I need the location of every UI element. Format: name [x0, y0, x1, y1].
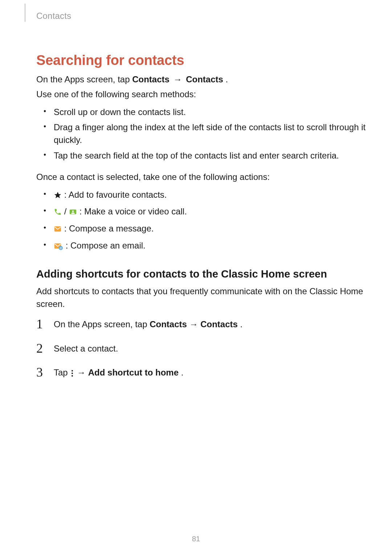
step-bold: Add shortcut to home: [88, 368, 179, 377]
step-item: 1 On the Apps screen, tap Contacts → Con…: [36, 317, 367, 331]
step-number: 2: [36, 338, 43, 359]
svg-point-7: [72, 370, 73, 372]
intro-suffix: .: [226, 74, 228, 84]
action-text: : Add to favourite contacts.: [64, 190, 167, 200]
header-section-name: Contacts: [36, 11, 71, 21]
list-item: Scroll up or down the contacts list.: [36, 106, 367, 119]
list-item: Tap the search field at the top of the c…: [36, 149, 367, 162]
list-item: / : Make a voice or video call.: [36, 205, 367, 219]
list-item: @ : Compose an email.: [36, 239, 367, 254]
svg-point-2: [72, 210, 74, 212]
after-search-paragraph: Once a contact is selected, take one of …: [36, 171, 367, 184]
action-text: : Make a voice or video call.: [79, 206, 187, 216]
intro-prefix: On the Apps screen, tap: [36, 74, 132, 84]
email-icon: @: [54, 241, 63, 254]
slash-separator: /: [64, 206, 69, 216]
intro-arrow: →: [173, 74, 185, 84]
header-rule: [25, 4, 25, 22]
step-bold-1: Contacts: [150, 319, 187, 329]
star-icon: [54, 190, 62, 203]
intro-bold-1: Contacts: [132, 74, 170, 84]
step-text-prefix: On the Apps screen, tap: [54, 319, 150, 329]
search-methods-list: Scroll up or down the contacts list. Dra…: [36, 106, 367, 162]
step-text: Select a contact.: [54, 344, 118, 353]
step-text-prefix: Tap: [54, 368, 70, 377]
steps-list: 1 On the Apps screen, tap Contacts → Con…: [36, 317, 367, 381]
action-text: : Compose an email.: [66, 241, 146, 250]
page-number: 81: [0, 535, 392, 543]
manual-page: Contacts Searching for contacts On the A…: [0, 0, 392, 554]
intro-paragraph-2: Use one of the following search methods:: [36, 88, 367, 101]
svg-text:@: @: [60, 246, 62, 250]
step-bold-2: Contacts: [200, 319, 238, 329]
step-item: 2 Select a contact.: [36, 342, 367, 356]
actions-list: : Add to favourite contacts. / : Make a …: [36, 189, 367, 254]
svg-marker-0: [54, 192, 61, 198]
step-item: 3 Tap → Add shortcut to home .: [36, 366, 367, 381]
svg-point-9: [72, 375, 73, 377]
more-options-icon: [71, 368, 74, 381]
step-suffix: .: [240, 319, 243, 329]
svg-point-8: [72, 373, 73, 374]
phone-icon: [54, 207, 62, 219]
intro-paragraph-1: On the Apps screen, tap Contacts → Conta…: [36, 73, 367, 86]
list-item: Drag a finger along the index at the lef…: [36, 121, 367, 147]
step-number: 3: [36, 362, 43, 383]
list-item: : Add to favourite contacts.: [36, 189, 367, 203]
list-item: : Compose a message.: [36, 222, 367, 237]
subsection-heading: Adding shortcuts for contacts to the Cla…: [36, 268, 367, 280]
video-call-icon: [69, 207, 77, 219]
section-heading: Searching for contacts: [36, 53, 367, 68]
message-icon: [54, 224, 62, 237]
action-text: : Compose a message.: [64, 223, 154, 233]
intro-bold-2: Contacts: [186, 74, 223, 84]
step-arrow: →: [77, 368, 88, 377]
step-number: 1: [36, 314, 43, 335]
step-arrow: →: [189, 319, 201, 329]
shortcut-intro: Add shortcuts to contacts that you frequ…: [36, 285, 367, 311]
step-suffix: .: [181, 368, 184, 377]
